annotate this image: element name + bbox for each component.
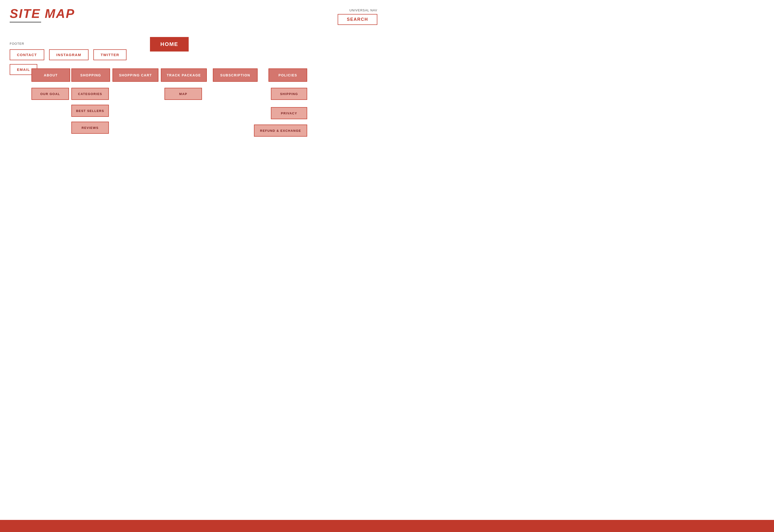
node-shopping[interactable]: SHOPPING [71, 68, 110, 82]
universal-nav-area: UNIVERSAL NAV SEARCH [338, 8, 377, 25]
node-shipping[interactable]: SHIPPING [271, 88, 307, 100]
node-best-sellers[interactable]: BEST SELLERS [71, 105, 109, 117]
page-title: SITE MAP [10, 7, 377, 20]
node-reviews[interactable]: REVIEWS [71, 122, 109, 134]
node-shopping-cart[interactable]: SHOPPING CART [112, 68, 158, 82]
node-map[interactable]: MAP [164, 88, 202, 100]
footer-row-1: CONTACT INSTAGRAM TWITTER [10, 49, 377, 60]
node-refund-exchange[interactable]: REFUND & EXCHANGE [254, 125, 307, 137]
footer-label: FOOTER [10, 42, 377, 45]
footer-twitter[interactable]: TWITTER [93, 49, 127, 60]
node-about[interactable]: ABOUT [31, 68, 70, 82]
footer-contact[interactable]: CONTACT [10, 49, 44, 60]
header: SITE MAP [0, 0, 387, 25]
node-track-package[interactable]: TRACK PACKAGE [161, 68, 207, 82]
svg-line-15 [281, 119, 290, 124]
node-our-goal[interactable]: OUR GOAL [31, 88, 69, 100]
footer-instagram[interactable]: INSTAGRAM [49, 49, 89, 60]
title-underline [10, 22, 41, 22]
universal-nav-label: UNIVERSAL NAV [349, 8, 377, 12]
node-categories[interactable]: CATEGORIES [71, 88, 109, 100]
node-privacy[interactable]: PRIVACY [271, 107, 307, 119]
node-policies[interactable]: POLICIES [268, 68, 307, 82]
node-subscription[interactable]: SUBSCRIPTION [213, 68, 258, 82]
node-home[interactable]: HOME [150, 37, 189, 52]
search-box[interactable]: SEARCH [338, 14, 377, 25]
